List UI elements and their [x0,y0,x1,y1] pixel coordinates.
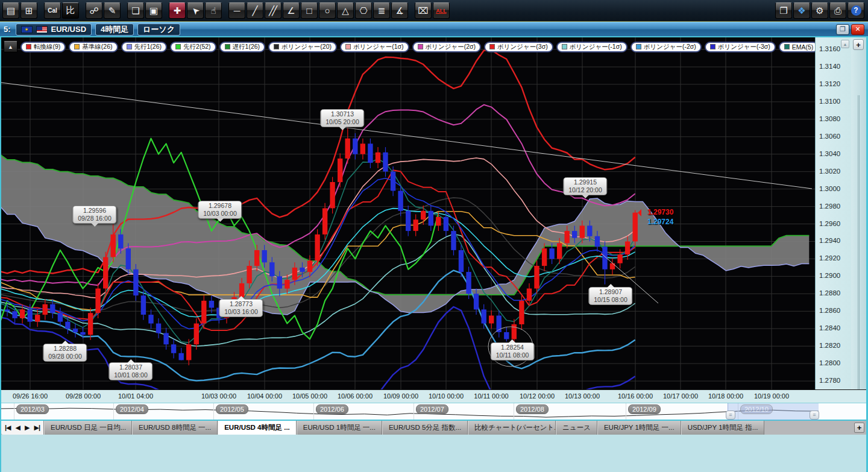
print-icon[interactable]: ⎙ [829,2,846,19]
settings-gear-glyph: ⚙ [816,5,823,16]
rectangle-icon[interactable]: □ [301,2,318,19]
triangle-glyph: △ [342,5,349,16]
navigator-month-label: 2012/07 [416,404,448,414]
price-axis[interactable]: 1.31601.31401.31201.31001.30801.30601.30… [815,37,851,427]
fan-lines-icon[interactable]: ∡ [391,2,408,19]
annotation-time: 10/11 08:00 [496,351,529,359]
parallel-lines-glyph: ╱╱ [269,5,275,16]
chart-type-label: ローソク [143,24,175,35]
save-icon[interactable]: ▣ [145,2,162,19]
zoom-in-button[interactable]: + [853,39,864,50]
vertical-scrollbar[interactable]: + ≡ − [851,37,866,427]
chart-tab[interactable]: EUR/USD 5分足 指数... [382,421,468,435]
fib-lines-icon[interactable]: ≣ [373,2,390,19]
chart-tab[interactable]: EUR/USD 1時間足 一... [297,421,382,435]
tab-scroll-arrow-1[interactable]: ◀ [16,424,20,432]
settings-gear-icon[interactable]: ⚙ [811,2,828,19]
scrollbar-track[interactable] [858,95,860,433]
chart-tab[interactable]: ニュース [556,421,597,435]
triangle-icon[interactable]: △ [337,2,354,19]
legend-pill[interactable]: ボリンジャー(-2σ) [631,42,702,52]
legend-pill[interactable]: 基準線(26) [69,42,118,52]
window-expand-glyph: ❖ [797,5,805,16]
ellipse-icon[interactable]: ○ [319,2,336,19]
price-annotation[interactable]: 1.2877310/03 16:00 [219,299,263,317]
legend-pill[interactable]: ボリンジャー(20) [268,42,337,52]
chart-tab[interactable]: USD/JPY 1時間足 指... [681,421,765,435]
legend-collapse-button[interactable]: ▲ [4,41,17,52]
timeline-navigator[interactable]: 2012/032012/042012/052012/062012/072012/… [1,403,866,420]
chart-tab[interactable]: EUR/USD 8時間足 一... [132,421,218,435]
selection-left-handle[interactable]: ≡ [726,411,735,420]
price-annotation[interactable]: 1.2890710/15 08:00 [588,287,632,305]
legend-pill[interactable]: ボリンジャー(1σ) [340,42,409,52]
price-annotation[interactable]: 1.2803710/01 08:00 [108,362,153,380]
annotation-price: 1.29596 [78,207,111,215]
symbol-panel[interactable]: ✶ EUR/USD [16,24,92,36]
tab-scroll-arrow-2[interactable]: ▶ [25,424,29,432]
tab-scroll-arrow-3[interactable]: ▶| [34,424,40,432]
horizontal-line-icon[interactable]: ─ [228,2,245,19]
add-chart-tab-button[interactable]: + [854,423,864,433]
legend-pill[interactable]: ボリンジャー(-1σ) [556,42,627,52]
annotation-price: 1.29915 [568,178,602,186]
annotation-price: 1.28254 [496,344,529,351]
eraser-glyph: ⌧ [418,5,428,16]
time-axis-tick: 10/09 00:00 [383,392,418,400]
legend-pill[interactable]: 先行2(52) [170,42,216,52]
chart-list-icon[interactable]: ▤ [2,2,19,19]
indicator-settings-icon[interactable]: ☍ [86,2,102,19]
horizontal-line-glyph: ─ [234,5,241,16]
polygon-icon[interactable]: ⎔ [355,2,372,19]
time-axis[interactable]: 09/26 16:0009/28 00:0010/01 04:0010/03 0… [1,389,866,403]
hand-icon[interactable]: ☝ [205,2,222,19]
chart-tab[interactable]: EUR/USD 日足 一目均... [44,421,132,435]
trend-line-icon[interactable]: ╱ [247,2,263,19]
selection-right-handle[interactable]: ≡ [810,411,819,420]
new-chart-icon[interactable]: ⊞ [20,2,37,19]
chart-tab[interactable]: EUR/USD 4時間足 ... [218,421,297,435]
erase-all-icon[interactable]: ALL [433,2,450,19]
chart-type-selector[interactable]: ローソク [137,24,180,36]
legend-pill[interactable]: ボリンジャー(-3σ) [705,42,776,52]
close-window-button[interactable]: ✕ [851,24,864,35]
cursor-icon[interactable]: ➤ [187,2,204,19]
price-annotation[interactable]: 1.2828809/28 00:00 [43,344,87,362]
legend-pill[interactable]: 先行1(26) [121,42,168,52]
chart-tab[interactable]: EUR/JPY 1時間足 一... [597,421,681,435]
price-annotation[interactable]: 1.2991510/12 20:00 [563,177,607,195]
toolbar-right-group: ❐❖⚙⎙? [775,2,866,19]
eraser-icon[interactable]: ⌧ [415,2,432,19]
legend-pill[interactable]: 遅行1(26) [219,42,266,52]
legend-pill[interactable]: EMA(5) [779,42,815,52]
help-icon[interactable]: ? [848,2,864,19]
window-copy-icon[interactable]: ❐ [775,2,792,19]
save-glyph: ▣ [149,5,158,16]
axis-scroll-up-button[interactable]: ▲ [841,40,849,48]
window-expand-icon[interactable]: ❖ [793,2,810,19]
cursor-glyph: ➤ [189,4,202,17]
tab-scroll-arrow-0[interactable]: |◀ [5,424,11,432]
draw-pencil-icon[interactable]: ✎ [104,2,121,19]
chart-template-icon[interactable]: ❏ [127,2,144,19]
timeframe-selector[interactable]: 4時間足 [95,24,134,36]
compare-icon[interactable]: 比 [62,2,79,19]
price-chart-area[interactable]: ▲転換線(9)基準線(26)先行1(26)先行2(52)遅行1(26)ボリンジャ… [1,37,815,427]
legend-pill[interactable]: ボリンジャー(3σ) [484,42,553,52]
time-axis-tick: 10/10 00:00 [429,392,464,400]
calendar-icon[interactable]: Cal [44,2,61,19]
chart-window-titlebar[interactable]: 5: ✶ EUR/USD 4時間足 ローソク ❐ ✕ [0,22,868,37]
price-annotation[interactable]: 1.2959609/28 16:00 [72,206,116,224]
legend-pill[interactable]: ボリンジャー(2σ) [412,42,482,52]
chart-tab[interactable]: 比較チャート(パーセント... [468,421,556,435]
legend-pill[interactable]: 転換線(9) [20,42,66,52]
crosshair-icon[interactable]: ✚ [169,2,186,19]
restore-window-button[interactable]: ❐ [836,24,849,35]
price-axis-tick: 1.2860 [819,307,840,314]
angle-line-icon[interactable]: ∠ [283,2,300,19]
time-axis-tick: 10/01 04:00 [118,392,153,400]
parallel-lines-icon[interactable]: ╱╱ [265,2,281,19]
price-annotation[interactable]: 1.2825410/11 08:00 [491,342,535,360]
price-annotation[interactable]: 1.3071310/05 20:00 [320,109,364,127]
price-annotation[interactable]: 1.2967810/03 00:00 [198,201,242,219]
